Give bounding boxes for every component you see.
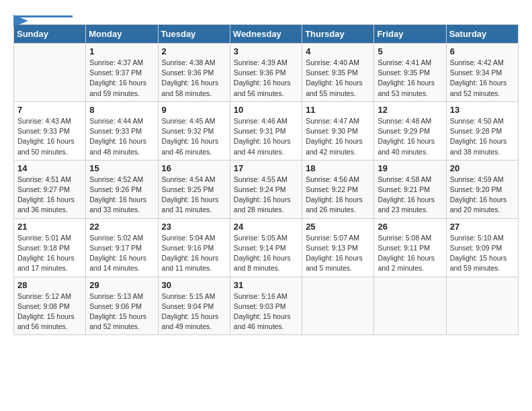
day-info: Sunrise: 4:37 AM Sunset: 9:37 PM Dayligh… (89, 58, 154, 99)
day-cell: 19Sunrise: 4:58 AM Sunset: 9:21 PM Dayli… (374, 160, 446, 218)
day-info: Sunrise: 4:55 AM Sunset: 9:24 PM Dayligh… (234, 175, 298, 216)
day-info: Sunrise: 4:45 AM Sunset: 9:32 PM Dayligh… (162, 116, 226, 157)
day-cell: 7Sunrise: 4:43 AM Sunset: 9:33 PM Daylig… (14, 101, 86, 160)
day-cell: 9Sunrise: 4:45 AM Sunset: 9:32 PM Daylig… (158, 101, 230, 160)
day-number: 9 (162, 105, 226, 115)
day-number: 2 (162, 46, 226, 56)
header-cell-monday: Monday (86, 25, 158, 44)
day-cell: 1Sunrise: 4:37 AM Sunset: 9:37 PM Daylig… (86, 44, 158, 102)
day-info: Sunrise: 4:56 AM Sunset: 9:22 PM Dayligh… (306, 175, 370, 216)
logo (13, 13, 73, 17)
page-header (13, 13, 519, 17)
day-info: Sunrise: 4:39 AM Sunset: 9:36 PM Dayligh… (234, 58, 298, 99)
day-info: Sunrise: 5:15 AM Sunset: 9:04 PM Dayligh… (162, 291, 226, 332)
week-row-1: 1Sunrise: 4:37 AM Sunset: 9:37 PM Daylig… (14, 44, 519, 102)
week-row-3: 14Sunrise: 4:51 AM Sunset: 9:27 PM Dayli… (14, 160, 519, 218)
day-number: 8 (89, 105, 154, 115)
day-info: Sunrise: 4:58 AM Sunset: 9:21 PM Dayligh… (378, 175, 442, 216)
day-cell: 11Sunrise: 4:47 AM Sunset: 9:30 PM Dayli… (302, 101, 374, 160)
day-number: 29 (89, 280, 154, 290)
header-cell-sunday: Sunday (14, 25, 86, 44)
day-cell: 12Sunrise: 4:48 AM Sunset: 9:29 PM Dayli… (374, 101, 446, 160)
day-info: Sunrise: 5:05 AM Sunset: 9:14 PM Dayligh… (234, 233, 298, 274)
day-info: Sunrise: 4:54 AM Sunset: 9:25 PM Dayligh… (162, 175, 226, 216)
day-number: 1 (89, 46, 154, 56)
day-info: Sunrise: 5:08 AM Sunset: 9:11 PM Dayligh… (378, 233, 442, 274)
day-info: Sunrise: 4:38 AM Sunset: 9:36 PM Dayligh… (162, 58, 226, 99)
day-info: Sunrise: 4:51 AM Sunset: 9:27 PM Dayligh… (17, 175, 82, 216)
day-number: 4 (306, 46, 370, 56)
day-number: 3 (234, 46, 298, 56)
day-cell: 15Sunrise: 4:52 AM Sunset: 9:26 PM Dayli… (86, 160, 158, 218)
day-cell: 20Sunrise: 4:59 AM Sunset: 9:20 PM Dayli… (446, 160, 518, 218)
day-info: Sunrise: 4:46 AM Sunset: 9:31 PM Dayligh… (234, 116, 298, 157)
header-cell-thursday: Thursday (302, 25, 374, 44)
day-number: 6 (450, 46, 515, 56)
day-number: 31 (234, 280, 298, 290)
day-number: 21 (17, 222, 82, 232)
day-info: Sunrise: 5:04 AM Sunset: 9:16 PM Dayligh… (162, 233, 226, 274)
day-cell: 8Sunrise: 4:44 AM Sunset: 9:33 PM Daylig… (86, 101, 158, 160)
day-info: Sunrise: 5:02 AM Sunset: 9:17 PM Dayligh… (89, 233, 154, 274)
day-cell: 26Sunrise: 5:08 AM Sunset: 9:11 PM Dayli… (374, 218, 446, 277)
day-cell: 16Sunrise: 4:54 AM Sunset: 9:25 PM Dayli… (158, 160, 230, 218)
day-number: 27 (450, 222, 515, 232)
day-info: Sunrise: 4:43 AM Sunset: 9:33 PM Dayligh… (17, 116, 82, 157)
day-info: Sunrise: 4:44 AM Sunset: 9:33 PM Dayligh… (89, 116, 154, 157)
day-number: 17 (234, 163, 298, 173)
day-info: Sunrise: 4:50 AM Sunset: 9:28 PM Dayligh… (450, 116, 515, 157)
day-number: 11 (306, 105, 370, 115)
day-cell: 25Sunrise: 5:07 AM Sunset: 9:13 PM Dayli… (302, 218, 374, 277)
day-number: 15 (89, 163, 154, 173)
day-number: 10 (234, 105, 298, 115)
week-row-2: 7Sunrise: 4:43 AM Sunset: 9:33 PM Daylig… (14, 101, 519, 160)
day-info: Sunrise: 5:10 AM Sunset: 9:09 PM Dayligh… (450, 233, 515, 274)
day-number: 19 (378, 163, 442, 173)
day-cell (14, 44, 86, 102)
header-cell-friday: Friday (374, 25, 446, 44)
header-cell-saturday: Saturday (446, 25, 518, 44)
day-info: Sunrise: 5:01 AM Sunset: 9:18 PM Dayligh… (17, 233, 82, 274)
day-info: Sunrise: 4:48 AM Sunset: 9:29 PM Dayligh… (378, 116, 442, 157)
day-cell: 23Sunrise: 5:04 AM Sunset: 9:16 PM Dayli… (158, 218, 230, 277)
day-info: Sunrise: 4:52 AM Sunset: 9:26 PM Dayligh… (89, 175, 154, 216)
day-number: 7 (17, 105, 82, 115)
day-cell: 2Sunrise: 4:38 AM Sunset: 9:36 PM Daylig… (158, 44, 230, 102)
day-cell: 3Sunrise: 4:39 AM Sunset: 9:36 PM Daylig… (230, 44, 302, 102)
day-info: Sunrise: 4:47 AM Sunset: 9:30 PM Dayligh… (306, 116, 370, 157)
day-cell: 21Sunrise: 5:01 AM Sunset: 9:18 PM Dayli… (14, 218, 86, 277)
day-number: 12 (378, 105, 442, 115)
day-cell: 22Sunrise: 5:02 AM Sunset: 9:17 PM Dayli… (86, 218, 158, 277)
day-cell: 17Sunrise: 4:55 AM Sunset: 9:24 PM Dayli… (230, 160, 302, 218)
day-cell: 28Sunrise: 5:12 AM Sunset: 9:08 PM Dayli… (14, 277, 86, 335)
day-cell: 18Sunrise: 4:56 AM Sunset: 9:22 PM Dayli… (302, 160, 374, 218)
header-row: SundayMondayTuesdayWednesdayThursdayFrid… (14, 25, 519, 44)
day-number: 24 (234, 222, 298, 232)
header-cell-wednesday: Wednesday (230, 25, 302, 44)
day-info: Sunrise: 5:16 AM Sunset: 9:03 PM Dayligh… (234, 291, 298, 332)
day-cell: 10Sunrise: 4:46 AM Sunset: 9:31 PM Dayli… (230, 101, 302, 160)
day-number: 5 (378, 46, 442, 56)
day-cell (374, 277, 446, 335)
svg-marker-0 (13, 15, 28, 27)
day-cell: 29Sunrise: 5:13 AM Sunset: 9:06 PM Dayli… (86, 277, 158, 335)
day-number: 13 (450, 105, 515, 115)
day-number: 20 (450, 163, 515, 173)
day-number: 26 (378, 222, 442, 232)
day-number: 30 (162, 280, 226, 290)
day-info: Sunrise: 4:41 AM Sunset: 9:35 PM Dayligh… (378, 58, 442, 99)
day-cell: 6Sunrise: 4:42 AM Sunset: 9:34 PM Daylig… (446, 44, 518, 102)
day-number: 18 (306, 163, 370, 173)
day-cell: 4Sunrise: 4:40 AM Sunset: 9:35 PM Daylig… (302, 44, 374, 102)
day-cell (446, 277, 518, 335)
day-info: Sunrise: 5:13 AM Sunset: 9:06 PM Dayligh… (89, 291, 154, 332)
day-cell: 13Sunrise: 4:50 AM Sunset: 9:28 PM Dayli… (446, 101, 518, 160)
day-cell: 30Sunrise: 5:15 AM Sunset: 9:04 PM Dayli… (158, 277, 230, 335)
day-cell: 24Sunrise: 5:05 AM Sunset: 9:14 PM Dayli… (230, 218, 302, 277)
day-cell: 5Sunrise: 4:41 AM Sunset: 9:35 PM Daylig… (374, 44, 446, 102)
day-cell: 14Sunrise: 4:51 AM Sunset: 9:27 PM Dayli… (14, 160, 86, 218)
header-cell-tuesday: Tuesday (158, 25, 230, 44)
day-number: 22 (89, 222, 154, 232)
week-row-5: 28Sunrise: 5:12 AM Sunset: 9:08 PM Dayli… (14, 277, 519, 335)
calendar-table: SundayMondayTuesdayWednesdayThursdayFrid… (13, 24, 519, 335)
